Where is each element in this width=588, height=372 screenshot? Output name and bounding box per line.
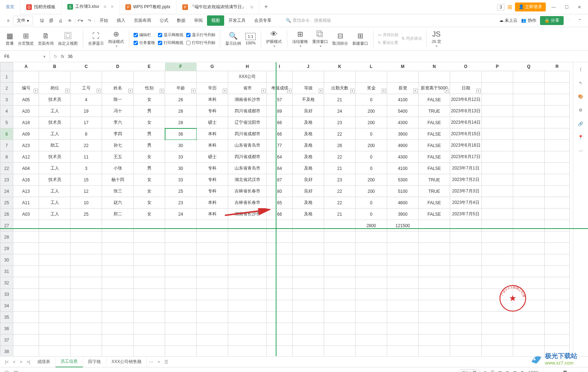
command-search[interactable]: 🔍 查找命令、搜索模板 <box>283 16 334 25</box>
cell[interactable] <box>387 289 419 300</box>
cell[interactable] <box>267 289 293 300</box>
cell[interactable] <box>197 334 228 346</box>
cell[interactable] <box>324 323 356 334</box>
cell[interactable] <box>267 323 293 334</box>
data-cell[interactable]: 良好 <box>293 174 324 186</box>
sheet-nav-prev[interactable]: < <box>11 359 18 364</box>
cell[interactable] <box>13 277 39 289</box>
data-cell[interactable]: 女 <box>134 151 165 163</box>
data-cell[interactable]: 王五 <box>102 151 134 163</box>
row-header-8[interactable]: 8 <box>0 151 13 163</box>
row-header-3[interactable]: 3 <box>0 94 13 106</box>
data-cell[interactable]: 25 <box>165 186 197 197</box>
cell[interactable] <box>419 300 450 312</box>
maximize-button[interactable]: ☐ <box>562 2 572 12</box>
rb-settings-icon[interactable]: ⚙ <box>577 106 585 114</box>
data-cell[interactable]: 28 <box>165 117 197 128</box>
header-姓名[interactable]: 姓名▾ <box>102 83 134 94</box>
data-cell[interactable]: 辽宁省沈阳市 <box>228 117 267 128</box>
cell[interactable] <box>71 289 102 300</box>
data-cell[interactable]: 11 <box>71 151 102 163</box>
cell[interactable] <box>419 231 450 243</box>
cell[interactable] <box>482 323 513 334</box>
cell[interactable] <box>39 312 71 323</box>
data-cell[interactable]: 25 <box>71 209 102 220</box>
cell[interactable] <box>267 277 293 289</box>
col-header-Q[interactable]: Q <box>513 63 545 71</box>
file-menu[interactable]: 文件 ▾ <box>13 16 33 25</box>
row-header-31[interactable]: 31 <box>0 266 13 277</box>
cell[interactable] <box>71 266 102 277</box>
cell[interactable] <box>293 243 324 254</box>
data-cell[interactable]: 28 <box>165 106 197 117</box>
cell[interactable] <box>545 231 570 243</box>
data-cell[interactable]: 赵六 <box>102 197 134 209</box>
data-cell[interactable]: 0 <box>356 94 387 106</box>
view-pagelayout-icon[interactable]: ▥ <box>513 370 517 372</box>
data-cell[interactable]: 0 <box>356 128 387 140</box>
row-header-28[interactable]: 28 <box>0 231 13 243</box>
cell[interactable] <box>165 346 197 357</box>
check-headings[interactable]: 显示行号列标 <box>185 31 217 38</box>
cell[interactable] <box>165 300 197 312</box>
cell[interactable] <box>419 254 450 266</box>
cell[interactable] <box>356 277 387 289</box>
data-cell[interactable] <box>324 220 356 231</box>
filter-icon[interactable]: ▾ <box>160 89 164 93</box>
cell[interactable] <box>545 300 570 312</box>
col-header-L[interactable]: L <box>356 63 387 71</box>
check-print-grid[interactable]: 打印网格线 <box>156 39 185 46</box>
tab-options-icon[interactable]: ⊙ <box>250 5 253 9</box>
cell[interactable] <box>197 346 228 357</box>
filter-icon[interactable]: ▾ <box>350 89 355 93</box>
cell[interactable] <box>482 94 513 106</box>
row-header-22[interactable]: 22 <box>0 163 13 174</box>
row-header-23[interactable]: 23 <box>0 174 13 186</box>
data-cell[interactable]: 本科 <box>197 128 228 140</box>
data-cell[interactable] <box>267 220 293 231</box>
data-cell[interactable]: 200 <box>356 140 387 151</box>
data-cell[interactable]: 及格 <box>293 163 324 174</box>
cell[interactable] <box>450 71 482 83</box>
col-header-F[interactable]: F <box>165 63 197 71</box>
data-cell[interactable]: FALSE <box>419 163 450 174</box>
data-cell[interactable]: 87 <box>267 174 293 186</box>
data-cell[interactable]: A03 <box>13 209 39 220</box>
cell[interactable] <box>513 334 545 346</box>
cell[interactable] <box>134 254 165 266</box>
zoom-button[interactable]: 🔍显示比例 <box>223 31 243 47</box>
share-button[interactable]: 🔒 分享 <box>540 16 564 25</box>
cell[interactable] <box>134 71 165 83</box>
data-cell[interactable] <box>450 220 482 231</box>
cell[interactable] <box>102 277 134 289</box>
cell[interactable] <box>197 266 228 277</box>
header-年龄[interactable]: 年龄▾ <box>165 83 197 94</box>
filter-icon[interactable]: ▾ <box>413 89 418 93</box>
sheet-nav-last[interactable]: >| <box>24 359 32 364</box>
cell[interactable] <box>545 117 570 128</box>
view-pagebreak-icon[interactable]: ⊞ <box>506 370 509 372</box>
row-header-38[interactable]: 38 <box>0 346 13 357</box>
header-出勤天数[interactable]: 出勤天数▾ <box>324 83 356 94</box>
cell[interactable] <box>39 334 71 346</box>
row-header-1[interactable]: 1 <box>0 71 13 83</box>
cell[interactable] <box>13 289 39 300</box>
data-cell[interactable]: 2023年7月1日 <box>450 163 482 174</box>
data-cell[interactable]: 技术员 <box>39 151 71 163</box>
cell[interactable] <box>13 312 39 323</box>
cell[interactable] <box>293 289 324 300</box>
data-cell[interactable]: 小张 <box>102 163 134 174</box>
filter-icon[interactable]: ▾ <box>128 89 132 93</box>
cell[interactable] <box>450 277 482 289</box>
data-cell[interactable]: 专科 <box>197 174 228 186</box>
cell[interactable] <box>134 346 165 357</box>
cell[interactable] <box>228 300 267 312</box>
cell[interactable] <box>387 243 419 254</box>
cell[interactable] <box>228 323 267 334</box>
cell[interactable] <box>545 209 570 220</box>
cell[interactable] <box>513 220 545 231</box>
cell[interactable] <box>356 71 387 83</box>
cell[interactable] <box>545 128 570 140</box>
data-cell[interactable]: 0 <box>356 197 387 209</box>
cell[interactable] <box>39 346 71 357</box>
